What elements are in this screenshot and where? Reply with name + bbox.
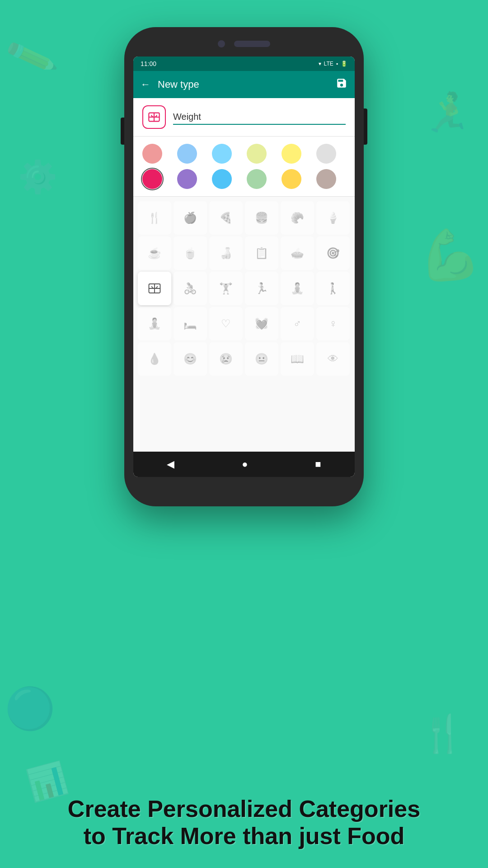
type-name-input[interactable] bbox=[173, 110, 346, 124]
cycling-icon[interactable]: 🚴 bbox=[174, 272, 207, 305]
coffee-icon[interactable]: ☕ bbox=[138, 236, 171, 270]
status-time: 11:00 bbox=[141, 60, 156, 67]
name-input-wrapper bbox=[173, 110, 346, 125]
walking-icon[interactable]: 🚶 bbox=[316, 272, 350, 305]
signal-icon: ▪ bbox=[336, 61, 338, 67]
save-button[interactable] bbox=[336, 77, 347, 92]
color-option[interactable] bbox=[177, 169, 197, 189]
icon-grid: 🍴🍎🍕🍔🥐🍦☕🍵🍶📋🥧🎯 🚴🏋️🏃🧘🚶🧘🛏️♡💓♂️♀️💧😊😢😐📖👁 bbox=[138, 201, 350, 376]
nav-bar: ◀ ● ■ bbox=[133, 452, 355, 477]
heart-icon[interactable]: ♡ bbox=[209, 307, 243, 340]
phone-top-bar bbox=[199, 37, 289, 51]
color-option[interactable] bbox=[282, 169, 301, 189]
water-icon[interactable]: 💧 bbox=[138, 342, 171, 376]
color-section bbox=[133, 137, 355, 197]
content-area: 🍴🍎🍕🍔🥐🍦☕🍵🍶📋🥧🎯 🚴🏋️🏃🧘🚶🧘🛏️♡💓♂️♀️💧😊😢😐📖👁 bbox=[133, 98, 355, 452]
color-option[interactable] bbox=[247, 144, 267, 164]
nav-recents-button[interactable]: ■ bbox=[306, 455, 330, 474]
back-button[interactable]: ← bbox=[141, 79, 150, 90]
icecream-icon[interactable]: 🍦 bbox=[316, 201, 350, 235]
meditation-icon[interactable]: 🧘 bbox=[138, 307, 171, 340]
wifi-icon: ▾ bbox=[319, 61, 321, 67]
status-icons: ▾ LTE ▪ 🔋 bbox=[319, 61, 347, 67]
color-option[interactable] bbox=[177, 144, 197, 164]
weights-icon[interactable]: 🏋️ bbox=[209, 272, 243, 305]
phone-shell: 11:00 ▾ LTE ▪ 🔋 ← New type bbox=[124, 27, 364, 506]
phone-screen: 11:00 ▾ LTE ▪ 🔋 ← New type bbox=[133, 57, 355, 477]
pie-icon[interactable]: 🥧 bbox=[281, 236, 314, 270]
female-icon[interactable]: ♀️ bbox=[316, 307, 350, 340]
male-icon[interactable]: ♂️ bbox=[281, 307, 314, 340]
lte-label: LTE bbox=[324, 61, 333, 67]
promo-line1: Create Personalized Categories bbox=[0, 796, 488, 823]
color-grid bbox=[142, 144, 346, 189]
camera-dot bbox=[218, 40, 225, 47]
name-input-row bbox=[133, 98, 355, 137]
promo-line2: to Track More than just Food bbox=[0, 823, 488, 850]
bottom-text: Create Personalized Categories to Track … bbox=[0, 796, 488, 850]
apple-icon[interactable]: 🍎 bbox=[174, 201, 207, 235]
color-option[interactable] bbox=[282, 144, 301, 164]
color-option[interactable] bbox=[142, 169, 162, 189]
sleep-icon[interactable]: 🛏️ bbox=[174, 307, 207, 340]
happy-face-icon[interactable]: 😊 bbox=[174, 342, 207, 376]
heartbeat-icon[interactable]: 💓 bbox=[245, 307, 278, 340]
status-bar: 11:00 ▾ LTE ▪ 🔋 bbox=[133, 57, 355, 71]
app-bar: ← New type bbox=[133, 71, 355, 98]
icon-section: 🍴🍎🍕🍔🥐🍦☕🍵🍶📋🥧🎯 🚴🏋️🏃🧘🚶🧘🛏️♡💓♂️♀️💧😊😢😐📖👁 bbox=[133, 197, 355, 452]
speaker-grille bbox=[234, 41, 270, 47]
color-option[interactable] bbox=[247, 169, 267, 189]
color-option[interactable] bbox=[212, 169, 232, 189]
nav-home-button[interactable]: ● bbox=[233, 455, 257, 474]
battery-icon: 🔋 bbox=[341, 61, 347, 67]
color-option[interactable] bbox=[316, 169, 336, 189]
page-title: New type bbox=[158, 79, 336, 90]
scale-icon[interactable] bbox=[138, 272, 171, 305]
burger-icon[interactable]: 🍔 bbox=[245, 201, 278, 235]
sake-icon[interactable]: 🍶 bbox=[209, 236, 243, 270]
sad-face-icon[interactable]: 😢 bbox=[209, 342, 243, 376]
neutral-face-icon[interactable]: 😐 bbox=[245, 342, 278, 376]
pizza-icon[interactable]: 🍕 bbox=[209, 201, 243, 235]
color-option[interactable] bbox=[142, 144, 162, 164]
eye-icon[interactable]: 👁 bbox=[316, 342, 350, 376]
yoga-icon[interactable]: 🧘 bbox=[281, 272, 314, 305]
target-icon[interactable]: 🎯 bbox=[316, 236, 350, 270]
nav-back-button[interactable]: ◀ bbox=[158, 455, 183, 474]
running-icon[interactable]: 🏃 bbox=[245, 272, 278, 305]
icon-preview bbox=[142, 105, 166, 129]
book-icon[interactable]: 📖 bbox=[281, 342, 314, 376]
clipboard-icon[interactable]: 📋 bbox=[245, 236, 278, 270]
croissant-icon[interactable]: 🥐 bbox=[281, 201, 314, 235]
tea-icon[interactable]: 🍵 bbox=[174, 236, 207, 270]
cutlery-icon[interactable]: 🍴 bbox=[138, 201, 171, 235]
color-option[interactable] bbox=[212, 144, 232, 164]
color-option[interactable] bbox=[316, 144, 336, 164]
